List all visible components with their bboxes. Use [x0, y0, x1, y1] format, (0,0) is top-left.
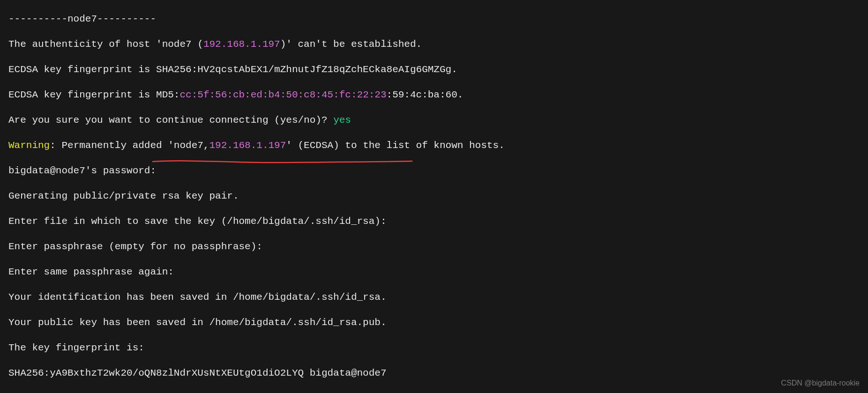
fingerprint-md5: cc:5f:56:cb:ed:b4:50:c8:45:fc:22:23: [180, 89, 386, 100]
terminal-line: ----------node7----------: [8, 13, 860, 25]
text-segment: The authenticity of host 'node7 (: [8, 39, 203, 50]
terminal-output: ----------node7---------- The authentici…: [8, 0, 860, 393]
text-segment: ' (ECDSA) to the list of known hosts.: [286, 140, 504, 151]
terminal-line: Enter file in which to save the key (/ho…: [8, 215, 860, 228]
text-segment: ECDSA key fingerprint is MD5:: [8, 89, 180, 100]
terminal-line: ECDSA key fingerprint is MD5:cc:5f:56:cb…: [8, 89, 860, 101]
terminal-line: Enter same passphrase again:: [8, 266, 860, 278]
terminal-line: Warning: Permanently added 'node7,192.16…: [8, 139, 860, 152]
terminal-line: Generating public/private rsa key pair.: [8, 190, 860, 202]
warning-label: Warning: [8, 140, 50, 151]
text-segment: )' can't be established.: [280, 39, 422, 50]
terminal-line: Enter passphrase (empty for no passphras…: [8, 240, 860, 253]
ip-address: 192.168.1.197: [203, 39, 280, 50]
text-segment: : Permanently added 'node7,: [50, 140, 209, 151]
terminal-line: The authenticity of host 'node7 (192.168…: [8, 38, 860, 51]
terminal-line: Your public key has been saved in /home/…: [8, 316, 860, 329]
terminal-line: Are you sure you want to continue connec…: [8, 114, 860, 126]
terminal-line: SHA256:yA9BxthzT2wk20/oQN8zlNdrXUsNtXEUt…: [8, 367, 860, 379]
user-input-yes: yes: [333, 115, 351, 126]
terminal-line: bigdata@node7's password:: [8, 164, 860, 177]
terminal-line: ECDSA key fingerprint is SHA256:HV2qcstA…: [8, 63, 860, 76]
watermark: CSDN @bigdata-rookie: [781, 377, 860, 389]
ip-address: 192.168.1.197: [209, 140, 286, 151]
prompt-text: Are you sure you want to continue connec…: [8, 115, 333, 126]
text-segment: :59:4c:ba:60.: [387, 89, 464, 100]
terminal-line: The key fingerprint is:: [8, 341, 860, 354]
terminal-line: Your identification has been saved in /h…: [8, 291, 860, 304]
